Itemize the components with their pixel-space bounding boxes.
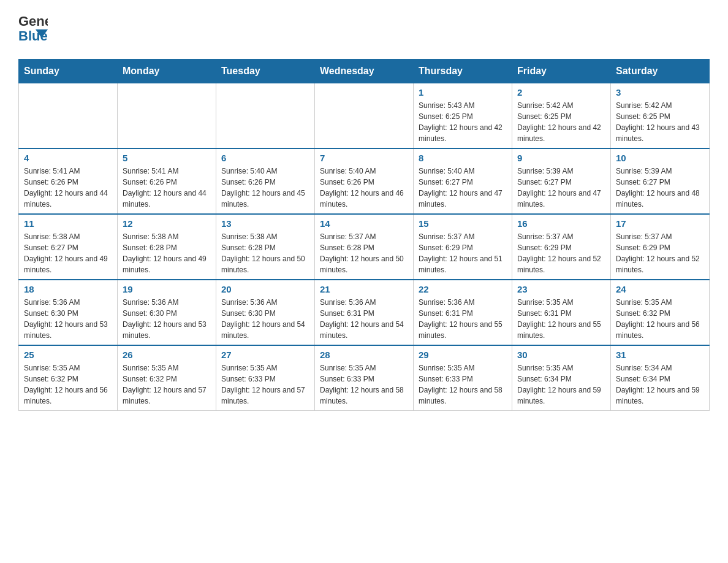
day-number: 9: [517, 153, 605, 163]
day-info: Sunrise: 5:36 AMSunset: 6:31 PMDaylight:…: [320, 297, 408, 341]
calendar-cell: 8Sunrise: 5:40 AMSunset: 6:27 PMDaylight…: [414, 148, 512, 214]
svg-text:General: General: [18, 13, 48, 29]
day-number: 15: [419, 218, 507, 229]
calendar-cell: 31Sunrise: 5:34 AMSunset: 6:34 PMDayligh…: [611, 345, 710, 411]
day-number: 5: [123, 153, 211, 163]
calendar-cell: [315, 83, 414, 149]
calendar-cell: 2Sunrise: 5:42 AMSunset: 6:25 PMDaylight…: [512, 83, 611, 149]
day-info: Sunrise: 5:38 AMSunset: 6:27 PMDaylight:…: [24, 231, 112, 275]
calendar-cell: 18Sunrise: 5:36 AMSunset: 6:30 PMDayligh…: [19, 280, 118, 345]
calendar-cell: 11Sunrise: 5:38 AMSunset: 6:27 PMDayligh…: [19, 214, 118, 280]
day-number: 1: [419, 87, 507, 98]
weekday-header-friday: Friday: [512, 59, 611, 83]
day-info: Sunrise: 5:40 AMSunset: 6:26 PMDaylight:…: [320, 166, 408, 210]
calendar-cell: 25Sunrise: 5:35 AMSunset: 6:32 PMDayligh…: [19, 345, 118, 411]
day-info: Sunrise: 5:35 AMSunset: 6:32 PMDaylight:…: [123, 362, 211, 407]
day-info: Sunrise: 5:36 AMSunset: 6:31 PMDaylight:…: [419, 297, 507, 341]
calendar-cell: [19, 83, 118, 149]
calendar-cell: 24Sunrise: 5:35 AMSunset: 6:32 PMDayligh…: [611, 280, 710, 345]
calendar-cell: 7Sunrise: 5:40 AMSunset: 6:26 PMDaylight…: [315, 148, 414, 214]
calendar-cell: 16Sunrise: 5:37 AMSunset: 6:29 PMDayligh…: [512, 214, 611, 280]
day-number: 11: [24, 218, 112, 229]
logo-icon: General Blue: [18, 12, 48, 47]
calendar-cell: 1Sunrise: 5:43 AMSunset: 6:25 PMDaylight…: [414, 83, 512, 149]
day-number: 6: [221, 153, 309, 163]
calendar-cell: 3Sunrise: 5:42 AMSunset: 6:25 PMDaylight…: [611, 83, 710, 149]
day-number: 31: [616, 350, 704, 360]
day-number: 7: [320, 153, 408, 163]
day-number: 30: [517, 350, 605, 360]
day-info: Sunrise: 5:41 AMSunset: 6:26 PMDaylight:…: [123, 166, 211, 210]
day-number: 3: [616, 87, 704, 98]
calendar-cell: 17Sunrise: 5:37 AMSunset: 6:29 PMDayligh…: [611, 214, 710, 280]
weekday-header-thursday: Thursday: [414, 59, 512, 83]
weekday-header-sunday: Sunday: [19, 59, 118, 83]
day-info: Sunrise: 5:42 AMSunset: 6:25 PMDaylight:…: [517, 100, 605, 144]
calendar-cell: 9Sunrise: 5:39 AMSunset: 6:27 PMDaylight…: [512, 148, 611, 214]
day-info: Sunrise: 5:35 AMSunset: 6:33 PMDaylight:…: [221, 362, 309, 407]
day-info: Sunrise: 5:40 AMSunset: 6:27 PMDaylight:…: [419, 166, 507, 210]
calendar-cell: 19Sunrise: 5:36 AMSunset: 6:30 PMDayligh…: [118, 280, 216, 345]
day-info: Sunrise: 5:41 AMSunset: 6:26 PMDaylight:…: [24, 166, 112, 210]
calendar-cell: 21Sunrise: 5:36 AMSunset: 6:31 PMDayligh…: [315, 280, 414, 345]
day-number: 18: [24, 284, 112, 294]
day-number: 29: [419, 350, 507, 360]
calendar-cell: 26Sunrise: 5:35 AMSunset: 6:32 PMDayligh…: [118, 345, 216, 411]
day-info: Sunrise: 5:35 AMSunset: 6:33 PMDaylight:…: [419, 362, 507, 407]
calendar-cell: 5Sunrise: 5:41 AMSunset: 6:26 PMDaylight…: [118, 148, 216, 214]
calendar-table: SundayMondayTuesdayWednesdayThursdayFrid…: [18, 59, 710, 411]
calendar-cell: 22Sunrise: 5:36 AMSunset: 6:31 PMDayligh…: [414, 280, 512, 345]
calendar-cell: 23Sunrise: 5:35 AMSunset: 6:31 PMDayligh…: [512, 280, 611, 345]
weekday-header-tuesday: Tuesday: [216, 59, 315, 83]
day-number: 17: [616, 218, 704, 229]
logo: General Blue: [18, 12, 48, 47]
day-info: Sunrise: 5:39 AMSunset: 6:27 PMDaylight:…: [616, 166, 704, 210]
day-info: Sunrise: 5:37 AMSunset: 6:29 PMDaylight:…: [517, 231, 605, 275]
day-number: 10: [616, 153, 704, 163]
day-info: Sunrise: 5:36 AMSunset: 6:30 PMDaylight:…: [24, 297, 112, 341]
day-info: Sunrise: 5:42 AMSunset: 6:25 PMDaylight:…: [616, 100, 704, 144]
calendar-cell: [216, 83, 315, 149]
day-number: 4: [24, 153, 112, 163]
day-info: Sunrise: 5:37 AMSunset: 6:29 PMDaylight:…: [616, 231, 704, 275]
day-number: 27: [221, 350, 309, 360]
calendar-cell: 20Sunrise: 5:36 AMSunset: 6:30 PMDayligh…: [216, 280, 315, 345]
day-info: Sunrise: 5:36 AMSunset: 6:30 PMDaylight:…: [221, 297, 309, 341]
day-info: Sunrise: 5:40 AMSunset: 6:26 PMDaylight:…: [221, 166, 309, 210]
weekday-header-saturday: Saturday: [611, 59, 710, 83]
weekday-header-wednesday: Wednesday: [315, 59, 414, 83]
day-info: Sunrise: 5:38 AMSunset: 6:28 PMDaylight:…: [123, 231, 211, 275]
calendar-cell: [118, 83, 216, 149]
day-info: Sunrise: 5:39 AMSunset: 6:27 PMDaylight:…: [517, 166, 605, 210]
day-number: 12: [123, 218, 211, 229]
day-number: 8: [419, 153, 507, 163]
day-info: Sunrise: 5:38 AMSunset: 6:28 PMDaylight:…: [221, 231, 309, 275]
day-number: 2: [517, 87, 605, 98]
day-info: Sunrise: 5:35 AMSunset: 6:34 PMDaylight:…: [517, 362, 605, 407]
day-info: Sunrise: 5:43 AMSunset: 6:25 PMDaylight:…: [419, 100, 507, 144]
calendar-cell: 29Sunrise: 5:35 AMSunset: 6:33 PMDayligh…: [414, 345, 512, 411]
day-number: 22: [419, 284, 507, 294]
calendar-cell: 30Sunrise: 5:35 AMSunset: 6:34 PMDayligh…: [512, 345, 611, 411]
day-info: Sunrise: 5:37 AMSunset: 6:28 PMDaylight:…: [320, 231, 408, 275]
day-info: Sunrise: 5:35 AMSunset: 6:32 PMDaylight:…: [616, 297, 704, 341]
calendar-cell: 10Sunrise: 5:39 AMSunset: 6:27 PMDayligh…: [611, 148, 710, 214]
calendar-cell: 28Sunrise: 5:35 AMSunset: 6:33 PMDayligh…: [315, 345, 414, 411]
day-number: 23: [517, 284, 605, 294]
calendar-cell: 13Sunrise: 5:38 AMSunset: 6:28 PMDayligh…: [216, 214, 315, 280]
calendar-cell: 12Sunrise: 5:38 AMSunset: 6:28 PMDayligh…: [118, 214, 216, 280]
day-number: 25: [24, 350, 112, 360]
calendar-cell: 14Sunrise: 5:37 AMSunset: 6:28 PMDayligh…: [315, 214, 414, 280]
day-number: 16: [517, 218, 605, 229]
calendar-cell: 15Sunrise: 5:37 AMSunset: 6:29 PMDayligh…: [414, 214, 512, 280]
page-header: General Blue: [18, 12, 710, 47]
day-info: Sunrise: 5:34 AMSunset: 6:34 PMDaylight:…: [616, 362, 704, 407]
day-info: Sunrise: 5:35 AMSunset: 6:31 PMDaylight:…: [517, 297, 605, 341]
calendar-cell: 6Sunrise: 5:40 AMSunset: 6:26 PMDaylight…: [216, 148, 315, 214]
day-number: 13: [221, 218, 309, 229]
day-number: 19: [123, 284, 211, 294]
calendar-cell: 27Sunrise: 5:35 AMSunset: 6:33 PMDayligh…: [216, 345, 315, 411]
day-info: Sunrise: 5:36 AMSunset: 6:30 PMDaylight:…: [123, 297, 211, 341]
day-number: 28: [320, 350, 408, 360]
svg-text:Blue: Blue: [18, 28, 48, 44]
